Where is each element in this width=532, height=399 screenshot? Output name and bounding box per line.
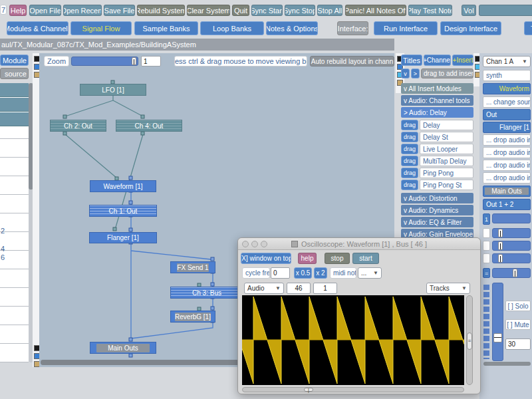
- list-item[interactable]: 6: [1, 253, 14, 261]
- rebuild-system-button[interactable]: Rebuild System: [137, 5, 185, 16]
- clear-system-button[interactable]: Clear System: [187, 5, 230, 16]
- window-title-bar[interactable]: Oscilloscope: Waveform [1] , Bus [ 46 ]: [238, 238, 480, 250]
- out-assign-button[interactable]: Out 1 + 2: [483, 199, 531, 210]
- scope-h-scrollbar[interactable]: |: [242, 387, 464, 392]
- oscilloscope-window[interactable]: Oscilloscope: Waveform [1] , Bus [ 46 ] …: [237, 237, 481, 394]
- titles-button[interactable]: Titles: [401, 55, 422, 66]
- zoom-window-icon[interactable]: [261, 241, 267, 247]
- tracks-select[interactable]: Tracks▼: [426, 283, 470, 294]
- play-test-note-button[interactable]: Play Test Note: [408, 5, 452, 16]
- node-ch3-bus[interactable]: Ch 3: Bus: [170, 287, 243, 299]
- insert-group-delay[interactable]: > Audio: Delay: [401, 107, 473, 118]
- add-insert-button[interactable]: +Insert: [452, 55, 473, 66]
- param-slider[interactable]: [492, 228, 531, 238]
- insert-drop-slot[interactable]: ... drop audio in: [483, 134, 531, 146]
- insert-group-eq-filter[interactable]: v Audio: EQ & Filter: [401, 217, 473, 227]
- midi-note-select[interactable]: ...▼: [358, 267, 382, 279]
- param-slider[interactable]: [492, 241, 531, 251]
- drag-handle[interactable]: drag: [401, 156, 418, 166]
- drag-handle[interactable]: drag: [401, 144, 418, 154]
- cycle-freq-input[interactable]: [271, 267, 290, 279]
- change-source-button[interactable]: ... change sour: [483, 96, 531, 108]
- stop-all-button[interactable]: Stop All: [317, 5, 342, 16]
- help-button[interactable]: Help: [9, 5, 27, 16]
- insert-item-live-looper[interactable]: Live Looper: [420, 144, 473, 154]
- list-item[interactable]: [0, 98, 29, 112]
- close-icon[interactable]: [242, 241, 249, 247]
- solo-button[interactable]: [ ] Solo: [505, 301, 531, 311]
- tab-notes-options[interactable]: Notes & Options: [266, 21, 318, 35]
- start-button[interactable]: start: [352, 253, 379, 264]
- node-ch1-out[interactable]: Ch 1: Out: [89, 205, 157, 217]
- zoom-value-input[interactable]: [141, 56, 161, 66]
- insert-item-ping-pong[interactable]: Ping Pong: [420, 168, 473, 178]
- minimize-icon[interactable]: [251, 241, 258, 247]
- volume-fader[interactable]: [492, 283, 503, 361]
- save-file-button[interactable]: Save File: [104, 5, 135, 16]
- change-source-button[interactable]: source: [0, 68, 29, 79]
- expand-all-button[interactable]: >: [411, 68, 420, 78]
- tab-signal-flow[interactable]: Signal Flow: [70, 21, 132, 35]
- node-fx-send[interactable]: FX Send 1: [170, 261, 215, 273]
- insert-item-multitap-delay[interactable]: MultiTap Delay: [420, 156, 473, 166]
- node-ch2-out[interactable]: Ch 2: Out: [50, 120, 106, 132]
- list-item[interactable]: 4: [1, 245, 14, 253]
- mute-button[interactable]: [ ] Mute: [505, 319, 531, 330]
- panic-button[interactable]: Panic! All Notes Off: [345, 5, 406, 16]
- eq-button[interactable]: =: [483, 268, 490, 278]
- insert-item-delay-st[interactable]: Delay St: [420, 132, 473, 142]
- module-list[interactable]: 2 4 6: [0, 83, 29, 362]
- tools-button[interactable]: Tool: [524, 21, 532, 35]
- num-channels-input[interactable]: [313, 283, 337, 294]
- collapse-all-button[interactable]: v: [401, 68, 410, 78]
- node-ch4-out[interactable]: Ch 4: Out: [116, 120, 182, 132]
- insert-group-distortion[interactable]: v Audio: Distortion: [401, 193, 473, 203]
- tab-loop-banks[interactable]: Loop Banks: [200, 21, 264, 35]
- sync-stop-button[interactable]: Sync Stop: [285, 5, 315, 16]
- window-on-top-button[interactable]: [X] window on top: [241, 253, 291, 264]
- drag-handle[interactable]: drag: [401, 168, 418, 178]
- list-item[interactable]: [0, 112, 29, 126]
- node-lfo[interactable]: LFO [1]: [80, 84, 146, 96]
- half-freq-button[interactable]: x 0.5: [294, 267, 312, 279]
- node-waveform[interactable]: Waveform [1]: [90, 180, 156, 192]
- insert-drop-slot[interactable]: ... drop audio in: [483, 147, 531, 158]
- pan-slider[interactable]: [492, 268, 531, 278]
- auto-rebuild-button[interactable]: Auto rebuild layout in chann: [310, 56, 394, 66]
- param-slider[interactable]: [492, 253, 531, 263]
- quit-button[interactable]: Quit: [232, 5, 249, 16]
- param-button[interactable]: [483, 253, 490, 263]
- run-interface-button[interactable]: Run Interface: [374, 21, 438, 35]
- add-channel-button[interactable]: +Channel: [424, 55, 451, 66]
- source-module-button[interactable]: Waveform: [483, 83, 531, 94]
- double-freq-button[interactable]: x 2: [314, 267, 327, 279]
- drag-handle[interactable]: drag: [401, 120, 418, 130]
- source-select[interactable]: Audio▼: [244, 283, 284, 294]
- zoom-slider[interactable]: [71, 57, 138, 66]
- insert-item-delay[interactable]: Delay: [420, 120, 473, 130]
- tab-sample-banks[interactable]: Sample Banks: [134, 21, 198, 35]
- drag-handle[interactable]: drag: [401, 132, 418, 142]
- list-item[interactable]: 2: [1, 227, 14, 235]
- insert-group-channel-tools[interactable]: v Audio: Channel tools: [401, 95, 473, 106]
- out-button[interactable]: Out: [483, 109, 531, 120]
- sync-start-button[interactable]: Sync Start: [251, 5, 283, 16]
- design-interface-button[interactable]: Design Interface: [440, 21, 501, 35]
- scope-v-scrollbar[interactable]: =: [466, 295, 473, 385]
- param-button[interactable]: [483, 228, 490, 238]
- list-item[interactable]: [0, 83, 29, 97]
- volume-slider[interactable]: [479, 5, 532, 16]
- open-file-button[interactable]: Open File: [29, 5, 61, 16]
- main-outs-button[interactable]: Main Outs: [483, 186, 531, 197]
- node-flanger[interactable]: Flanger [1]: [89, 232, 157, 243]
- insert-item-ping-pong-st[interactable]: Ping Pong St: [420, 180, 473, 190]
- param-button[interactable]: [483, 241, 490, 251]
- panel-scrollbar[interactable]: [483, 362, 531, 366]
- drag-handle[interactable]: drag: [401, 180, 418, 190]
- insert-group-dynamics[interactable]: v Audio: Dynamics: [401, 205, 473, 215]
- open-recent-button[interactable]: Open Recent: [63, 5, 102, 16]
- channel-select[interactable]: Chan 1 A▼: [483, 56, 531, 67]
- insert-slot-flanger[interactable]: Flanger [1: [483, 122, 531, 133]
- edit-module-button[interactable]: dit Module: [0, 55, 29, 66]
- param-slider[interactable]: [492, 213, 531, 223]
